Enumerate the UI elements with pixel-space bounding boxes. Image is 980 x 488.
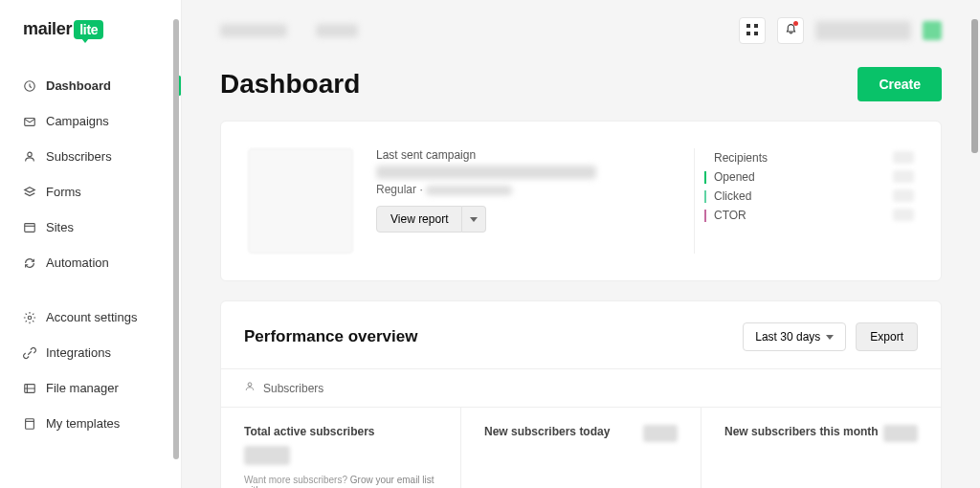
stat-value-redacted — [893, 170, 914, 183]
svg-point-2 — [28, 152, 32, 156]
sidebar-item-my-templates[interactable]: My templates — [0, 406, 181, 441]
sidebar-item-label: Campaigns — [46, 114, 109, 128]
site-icon — [23, 221, 36, 234]
nav-secondary: Account settings Integrations File manag… — [0, 299, 181, 441]
folder-icon — [23, 382, 36, 395]
metric-label: New subscribers this month — [724, 425, 879, 438]
svg-rect-10 — [754, 32, 758, 35]
performance-card: Performance overview Last 30 days Export… — [220, 300, 942, 488]
stat-label: CTOR — [714, 209, 746, 222]
brand-logo[interactable]: mailer lite — [0, 19, 181, 39]
sidebar-item-label: Subscribers — [46, 149, 112, 164]
redacted-crumb-2 — [316, 24, 358, 37]
performance-controls: Last 30 days Export — [743, 322, 918, 351]
performance-header: Performance overview Last 30 days Export — [221, 301, 941, 368]
redacted-account[interactable] — [815, 21, 911, 40]
sidebar-item-label: File manager — [46, 381, 119, 395]
campaign-type: Regular — [376, 183, 416, 196]
sidebar-item-label: Dashboard — [46, 78, 111, 93]
metric-hint: Want more subscribers? Grow your email l… — [244, 475, 437, 488]
metric-label: Total active subscribers — [244, 425, 437, 438]
sidebar-item-campaigns[interactable]: Campaigns — [0, 103, 181, 139]
report-button-group: View report — [376, 206, 671, 233]
metric-total-active: Total active subscribers Want more subsc… — [221, 408, 461, 488]
sidebar-item-integrations[interactable]: Integrations — [0, 335, 181, 370]
create-button[interactable]: Create — [858, 67, 942, 101]
sidebar-item-label: My templates — [46, 416, 120, 431]
metric-value-redacted — [883, 425, 918, 442]
svg-rect-7 — [746, 24, 750, 28]
stat-label: Clicked — [714, 189, 751, 203]
stat-value-redacted — [893, 189, 914, 202]
stat-row-opened: Opened — [704, 167, 914, 187]
campaign-meta: Regular · — [376, 183, 671, 196]
redacted-campaign-title — [376, 166, 596, 179]
campaign-stats: Recipients Opened Clicked CTOR — [694, 148, 914, 254]
apps-button[interactable] — [739, 17, 766, 44]
avatar[interactable] — [923, 21, 942, 40]
stat-value-redacted — [893, 151, 914, 164]
template-icon — [23, 417, 36, 431]
grid-icon — [746, 24, 758, 38]
metric-new-today: New subscribers today — [461, 408, 702, 488]
sidebar-item-automation[interactable]: Automation — [0, 245, 181, 280]
hint-prefix: Want more subscribers? — [244, 475, 347, 485]
notifications-button[interactable] — [777, 17, 804, 44]
performance-tab[interactable]: Subscribers — [221, 368, 941, 407]
sidebar-item-label: Automation — [46, 255, 109, 270]
sidebar-scrollbar[interactable] — [173, 19, 179, 459]
export-button[interactable]: Export — [856, 322, 918, 351]
stat-label: Opened — [714, 170, 755, 184]
sidebar-item-dashboard[interactable]: Dashboard — [0, 68, 181, 103]
svg-point-11 — [248, 383, 252, 387]
page-header: Dashboard Create — [182, 63, 980, 121]
sidebar-item-account-settings[interactable]: Account settings — [0, 299, 181, 335]
user-icon — [244, 381, 256, 395]
svg-rect-8 — [754, 24, 758, 28]
sidebar-item-file-manager[interactable]: File manager — [0, 370, 181, 406]
metric-value-redacted — [244, 446, 290, 465]
sidebar-item-forms[interactable]: Forms — [0, 174, 181, 210]
brand-badge: lite — [74, 20, 103, 39]
brand-name: mailer — [23, 19, 72, 39]
performance-title: Performance overview — [244, 327, 417, 346]
campaign-info: Last sent campaign Regular · View report — [376, 148, 671, 254]
sidebar-item-subscribers[interactable]: Subscribers — [0, 139, 181, 174]
svg-rect-9 — [746, 32, 750, 35]
link-icon — [23, 346, 36, 360]
layers-icon — [23, 186, 36, 199]
sidebar-item-label: Forms — [46, 185, 81, 199]
user-icon — [23, 150, 36, 164]
gear-icon — [23, 311, 36, 324]
topbar-right — [739, 17, 942, 44]
main-scrollbar[interactable] — [971, 19, 978, 153]
stat-label: Recipients — [714, 151, 768, 165]
page-title: Dashboard — [220, 69, 360, 100]
svg-rect-6 — [26, 418, 34, 429]
topbar-left — [220, 24, 358, 37]
view-report-dropdown[interactable] — [462, 206, 486, 233]
campaign-thumbnail[interactable] — [248, 148, 353, 254]
svg-rect-3 — [25, 223, 35, 232]
metric-label: New subscribers today — [484, 425, 610, 438]
stat-row-clicked: Clicked — [704, 187, 914, 206]
nav-main: Dashboard Campaigns Subscribers Forms Si… — [0, 68, 181, 280]
stat-value-redacted — [893, 209, 914, 221]
svg-point-4 — [28, 316, 32, 320]
stat-row-recipients: Recipients — [704, 148, 914, 167]
metric-new-month: New subscribers this month — [702, 408, 941, 488]
date-range-label: Last 30 days — [755, 330, 820, 344]
chevron-down-icon — [470, 217, 478, 222]
main-content: Dashboard Create Last sent campaign Regu… — [182, 0, 980, 488]
performance-tab-label: Subscribers — [263, 382, 323, 395]
date-range-button[interactable]: Last 30 days — [743, 322, 846, 351]
notification-dot-icon — [793, 21, 798, 26]
mail-icon — [23, 115, 36, 128]
redacted-date — [426, 186, 512, 195]
sidebar-item-sites[interactable]: Sites — [0, 210, 181, 245]
sidebar-item-label: Integrations — [46, 345, 111, 360]
view-report-button[interactable]: View report — [376, 206, 462, 233]
sidebar: mailer lite Dashboard Campaigns Subscrib… — [0, 0, 182, 488]
dot-separator: · — [419, 183, 426, 196]
clock-icon — [23, 79, 36, 93]
